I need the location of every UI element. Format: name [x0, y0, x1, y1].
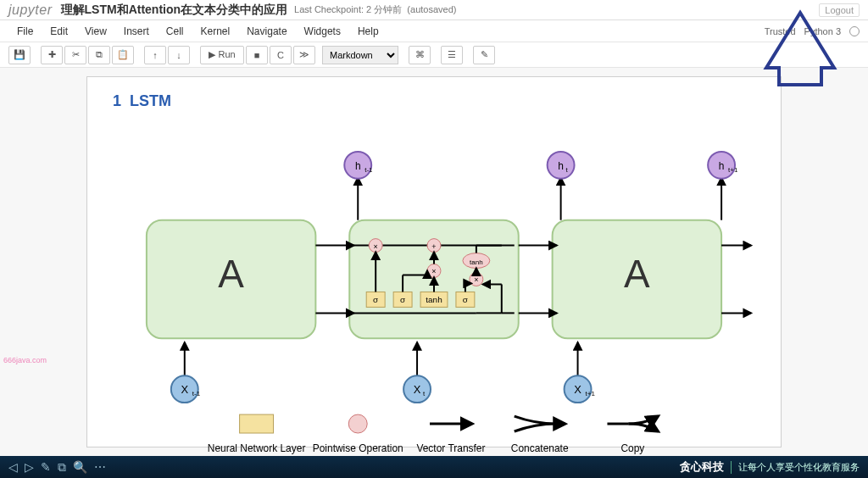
play-next-icon[interactable]: ▷ — [25, 460, 34, 474]
svg-text:Copy: Copy — [620, 442, 644, 454]
menubar: File Edit View Insert Cell Kernel Naviga… — [0, 20, 868, 42]
watermark-text: 666java.com — [3, 356, 47, 364]
svg-text:A: A — [218, 252, 244, 296]
svg-text:Vector Transfer: Vector Transfer — [416, 442, 485, 454]
menu-file[interactable]: File — [8, 23, 42, 40]
header: jupyter 理解LSTM和Attention在文本分类中的应用 Last C… — [0, 0, 868, 20]
kernel-status-icon — [849, 26, 860, 36]
menu-cell[interactable]: Cell — [158, 23, 192, 40]
notebook-area[interactable]: 1 LSTM A A ht-1 ht ht+1 — [0, 68, 868, 456]
svg-text:Neural Network Layer: Neural Network Layer — [208, 442, 306, 454]
add-cell-button[interactable]: ✚ — [41, 46, 63, 64]
svg-text:+: + — [431, 242, 436, 251]
menu-edit[interactable]: Edit — [42, 23, 76, 40]
menu-insert[interactable]: Insert — [115, 23, 158, 40]
svg-point-72 — [348, 414, 367, 433]
run-all-button[interactable]: ≫ — [293, 46, 315, 64]
celltype-select[interactable]: Markdown — [322, 46, 398, 64]
checkpoint-text: Last Checkpoint: 2 分钟前 (autosaved) — [294, 3, 456, 16]
svg-text:Pointwise Operation: Pointwise Operation — [313, 442, 403, 454]
svg-text:X: X — [181, 383, 188, 396]
svg-text:t+1: t+1 — [586, 390, 596, 397]
svg-text:h: h — [719, 160, 725, 172]
contents-icon[interactable]: ⧉ — [58, 460, 66, 475]
footer-brand: 贪心科技 — [680, 459, 724, 475]
trusted-label[interactable]: Trusted — [765, 26, 796, 36]
stop-button[interactable]: ■ — [246, 46, 268, 64]
toolbar: 💾 ✚ ✂ ⧉ 📋 ↑ ↓ ▶ Run ■ C ≫ Markdown ⌘ ☰ ✎ — [0, 42, 868, 68]
lstm-diagram: A A ht-1 ht ht+1 Xt-1 Xt Xt+1 — [113, 119, 755, 456]
svg-text:h: h — [355, 160, 361, 172]
menu-navigate[interactable]: Navigate — [238, 23, 295, 40]
svg-text:σ: σ — [463, 295, 468, 304]
section-heading: 1 LSTM — [113, 92, 755, 110]
move-down-button[interactable]: ↓ — [168, 46, 190, 64]
menu-kernel[interactable]: Kernel — [192, 23, 239, 40]
svg-text:×: × — [474, 275, 478, 284]
svg-text:σ: σ — [373, 295, 378, 304]
svg-rect-70 — [240, 414, 274, 433]
run-button[interactable]: ▶ Run — [200, 46, 244, 64]
svg-text:σ: σ — [400, 295, 405, 304]
svg-text:t-1: t-1 — [192, 390, 201, 397]
search-icon[interactable]: 🔍 — [73, 460, 87, 474]
menu-view[interactable]: View — [76, 23, 115, 40]
move-up-button[interactable]: ↑ — [144, 46, 166, 64]
markdown-cell[interactable]: 1 LSTM A A ht-1 ht ht+1 — [86, 76, 782, 447]
svg-text:Concatenate: Concatenate — [511, 442, 569, 454]
footer-bar: ◁ ▷ ✎ ⧉ 🔍 ⋯ 贪心科技 让每个人享受个性化教育服务 — [0, 456, 868, 478]
jupyter-logo: jupyter — [8, 3, 53, 18]
menu-help[interactable]: Help — [349, 23, 387, 40]
svg-text:×: × — [374, 242, 378, 251]
restart-button[interactable]: C — [270, 46, 292, 64]
notebook-title[interactable]: 理解LSTM和Attention在文本分类中的应用 — [61, 3, 288, 18]
more-icon[interactable]: ⋯ — [94, 460, 106, 474]
paste-button[interactable]: 📋 — [112, 46, 134, 64]
toc-button[interactable]: ☰ — [441, 46, 463, 64]
command-palette-button[interactable]: ⌘ — [409, 46, 431, 64]
annotate-icon[interactable]: ✎ — [41, 460, 51, 474]
svg-text:tanh: tanh — [426, 295, 442, 304]
kernel-name[interactable]: Python 3 — [804, 26, 841, 36]
svg-text:t-1: t-1 — [364, 166, 373, 174]
svg-text:h: h — [558, 160, 564, 172]
logout-button[interactable]: Logout — [819, 3, 860, 17]
svg-text:×: × — [431, 268, 436, 276]
edit-button[interactable]: ✎ — [473, 46, 495, 64]
svg-text:X: X — [574, 383, 581, 396]
play-prev-icon[interactable]: ◁ — [8, 460, 18, 474]
svg-text:t+1: t+1 — [728, 166, 738, 174]
footer-slogan: 让每个人享受个性化教育服务 — [731, 461, 860, 474]
menu-widgets[interactable]: Widgets — [296, 23, 349, 40]
svg-text:X: X — [414, 383, 421, 396]
save-button[interactable]: 💾 — [8, 46, 31, 64]
svg-text:A: A — [624, 252, 650, 296]
cut-button[interactable]: ✂ — [64, 46, 86, 64]
svg-text:tanh: tanh — [470, 258, 483, 266]
copy-button[interactable]: ⧉ — [88, 46, 110, 64]
